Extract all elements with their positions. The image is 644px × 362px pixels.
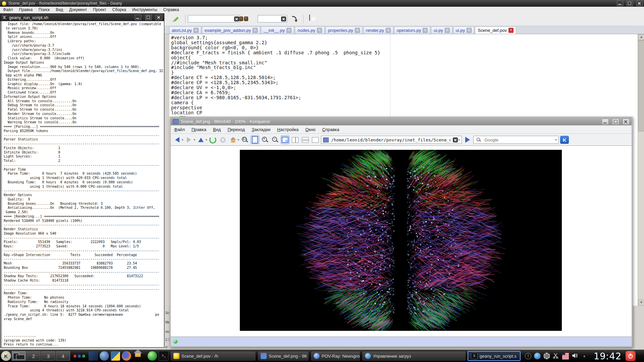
web-search-bar[interactable]: ▾ bbox=[473, 136, 559, 144]
clipboard-scissors-icon[interactable] bbox=[553, 353, 559, 359]
menu-item[interactable]: Справка bbox=[160, 7, 182, 12]
editor-tab[interactable]: ui.py bbox=[431, 26, 452, 34]
firefox-launcher-icon[interactable] bbox=[122, 351, 131, 361]
maximize-button[interactable] bbox=[145, 15, 152, 20]
go-button[interactable] bbox=[463, 135, 472, 144]
zoom-in-button[interactable]: + bbox=[261, 135, 269, 144]
stop-button[interactable] bbox=[219, 135, 227, 144]
split-view-top-bottom-button[interactable] bbox=[301, 135, 310, 144]
tab-close-icon[interactable] bbox=[253, 28, 258, 33]
chevron-down-icon[interactable]: ▾ bbox=[194, 138, 196, 141]
goto-line-input[interactable] bbox=[258, 15, 287, 22]
green-app-launcher-icon[interactable] bbox=[148, 351, 157, 361]
task-button-geany[interactable]: Scene_def.pov - /h bbox=[170, 351, 256, 361]
editor-tab[interactable]: render.py bbox=[363, 26, 393, 34]
editor-tab[interactable]: __init__.py bbox=[261, 26, 294, 34]
keyboard-layout-us-flag-icon[interactable] bbox=[562, 353, 569, 359]
reload-button[interactable] bbox=[209, 135, 217, 144]
tab-close-icon[interactable] bbox=[423, 28, 428, 33]
editor-tab[interactable]: nodes.py bbox=[295, 26, 325, 34]
chevron-down-icon[interactable]: ▾ bbox=[555, 138, 557, 141]
clock[interactable]: 19:42 bbox=[594, 351, 622, 361]
search-input[interactable] bbox=[188, 15, 240, 22]
k-menu-button[interactable]: K bbox=[1, 351, 11, 361]
menu-item[interactable]: Проект bbox=[90, 7, 109, 12]
tab-close-icon[interactable] bbox=[317, 28, 322, 33]
task-button-newsreader[interactable]: POV-Ray: Newsgroup bbox=[311, 351, 360, 361]
jump-to-icon[interactable] bbox=[291, 15, 299, 23]
desktop-pager-1[interactable] bbox=[12, 351, 26, 361]
close-button[interactable] bbox=[636, 1, 643, 6]
menu-item[interactable]: Справка bbox=[319, 127, 343, 132]
menu-item[interactable]: Правка bbox=[188, 127, 210, 132]
power-button[interactable] bbox=[626, 351, 636, 361]
menu-item[interactable]: Сборка bbox=[109, 7, 129, 12]
kde-gear-icon[interactable]: K bbox=[560, 136, 569, 144]
editor-tab[interactable]: atorList.py bbox=[169, 26, 201, 34]
menu-item[interactable]: Документ bbox=[66, 7, 90, 12]
tab-close-icon[interactable] bbox=[386, 28, 391, 33]
scroll-down-arrow[interactable]: ▼ bbox=[638, 300, 644, 306]
terminal-output[interactable]: Input file: /home/leonid/blender/povray/… bbox=[0, 21, 164, 347]
up-button[interactable] bbox=[197, 135, 205, 144]
terminal-titlebar[interactable]: geany_run_script.sh bbox=[0, 14, 164, 21]
task-button-terminal[interactable]: X geany_run_script.s bbox=[468, 351, 521, 361]
close-button[interactable] bbox=[623, 119, 630, 125]
quit-button[interactable] bbox=[309, 14, 310, 21]
tab-close-icon[interactable] bbox=[194, 28, 199, 33]
tab-close-icon[interactable] bbox=[355, 28, 360, 33]
media-reel-icon[interactable] bbox=[543, 353, 550, 359]
menu-item[interactable]: Окно bbox=[302, 127, 319, 132]
console-launcher-icon[interactable] bbox=[89, 351, 98, 361]
task-button-download-manager[interactable]: Управление загруз bbox=[362, 351, 466, 361]
desktop-pager-2[interactable]: 2 bbox=[26, 351, 41, 361]
quick-access-dots[interactable] bbox=[73, 355, 85, 358]
terminal-scrollbar[interactable] bbox=[0, 21, 2, 347]
clear-icon[interactable] bbox=[281, 16, 286, 21]
info-tray-icon[interactable]: i bbox=[525, 353, 531, 359]
clear-icon[interactable] bbox=[453, 137, 458, 142]
minimize-button[interactable] bbox=[617, 1, 623, 6]
forward-button[interactable] bbox=[185, 135, 194, 144]
python-launcher-icon[interactable] bbox=[111, 351, 120, 361]
home-button[interactable] bbox=[229, 135, 237, 144]
volume-icon[interactable] bbox=[572, 353, 578, 359]
media-player-launcher-icon[interactable] bbox=[100, 351, 109, 361]
editor-scrollbar[interactable]: ▲ ▼ bbox=[638, 34, 644, 306]
maximize-button[interactable] bbox=[627, 1, 633, 6]
menu-item[interactable]: Переход bbox=[224, 127, 248, 132]
scroll-up-arrow[interactable]: ▲ bbox=[638, 34, 644, 40]
chevron-down-icon[interactable]: ▾ bbox=[459, 138, 460, 141]
menu-item[interactable]: Вид bbox=[210, 127, 224, 132]
clear-icon[interactable] bbox=[234, 16, 239, 21]
back-button[interactable] bbox=[173, 135, 181, 144]
editor-tab[interactable]: properties.py bbox=[325, 26, 363, 34]
network-globe-icon[interactable] bbox=[534, 353, 541, 359]
menu-item[interactable]: Поиск bbox=[36, 7, 53, 12]
menu-item[interactable]: Вид bbox=[53, 7, 66, 12]
close-view-button[interactable] bbox=[311, 135, 320, 144]
split-view-left-right-button[interactable] bbox=[291, 135, 300, 144]
menu-item[interactable]: Закладки bbox=[248, 127, 274, 132]
tab-close-icon[interactable] bbox=[467, 28, 472, 33]
tab-close-icon[interactable] bbox=[286, 28, 291, 33]
maintain-aspect-button[interactable] bbox=[281, 135, 289, 144]
konqueror-titlebar[interactable]: Scene_def.png - 960x540 - 100% - Konquer… bbox=[171, 118, 632, 125]
desktop-pager-3[interactable]: 3 bbox=[41, 351, 55, 361]
web-search-input[interactable] bbox=[484, 137, 554, 143]
menu-item[interactable]: Правка bbox=[16, 7, 36, 12]
maximize-button[interactable] bbox=[612, 119, 619, 125]
menu-item[interactable]: Инструменты bbox=[129, 7, 160, 12]
task-button-image-viewer[interactable]: Scene_def.png - 96 bbox=[258, 351, 309, 361]
editor-tab[interactable]: Scene_def.pov bbox=[475, 26, 516, 34]
minimize-button[interactable] bbox=[135, 15, 141, 20]
chevron-down-icon[interactable]: ▾ bbox=[206, 138, 207, 141]
menu-item[interactable]: Файл bbox=[0, 7, 16, 12]
minimize-button[interactable] bbox=[602, 119, 609, 125]
tray-expander-arrow[interactable]: ▲ bbox=[581, 353, 588, 359]
menu-item[interactable]: Файл bbox=[171, 127, 188, 132]
zoom-original-button[interactable]: 1:1 bbox=[240, 135, 249, 144]
menu-item[interactable]: Настройка bbox=[274, 127, 302, 132]
editor-tab[interactable]: example_pov_addon.py bbox=[202, 26, 260, 34]
location-bar[interactable]: ▾ bbox=[321, 136, 462, 144]
